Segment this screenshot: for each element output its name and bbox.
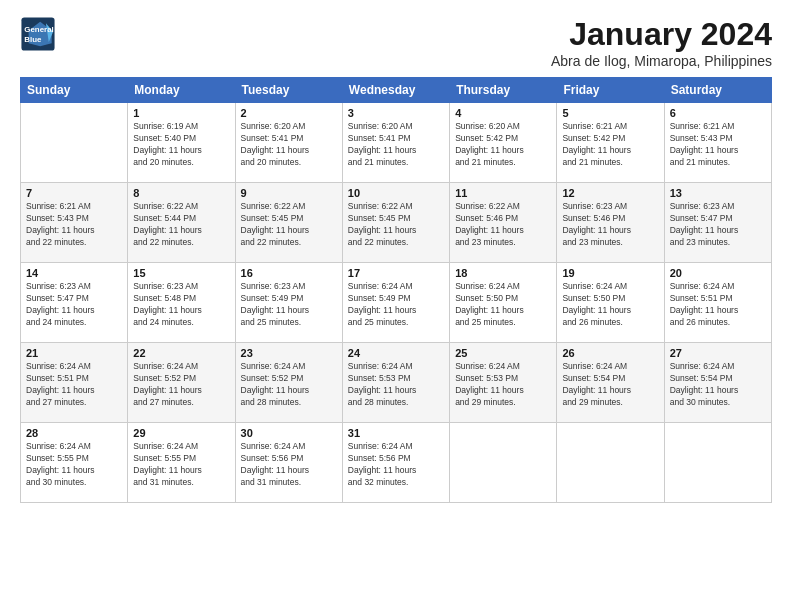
day-number: 18 [455, 267, 551, 279]
day-number: 5 [562, 107, 658, 119]
calendar-cell: 29Sunrise: 6:24 AM Sunset: 5:55 PM Dayli… [128, 423, 235, 503]
calendar-cell: 10Sunrise: 6:22 AM Sunset: 5:45 PM Dayli… [342, 183, 449, 263]
calendar-cell: 14Sunrise: 6:23 AM Sunset: 5:47 PM Dayli… [21, 263, 128, 343]
week-row-3: 14Sunrise: 6:23 AM Sunset: 5:47 PM Dayli… [21, 263, 772, 343]
day-number: 12 [562, 187, 658, 199]
calendar-cell: 15Sunrise: 6:23 AM Sunset: 5:48 PM Dayli… [128, 263, 235, 343]
day-number: 9 [241, 187, 337, 199]
day-number: 26 [562, 347, 658, 359]
calendar-cell: 24Sunrise: 6:24 AM Sunset: 5:53 PM Dayli… [342, 343, 449, 423]
svg-text:General: General [24, 25, 53, 34]
calendar-cell: 31Sunrise: 6:24 AM Sunset: 5:56 PM Dayli… [342, 423, 449, 503]
week-row-1: 1Sunrise: 6:19 AM Sunset: 5:40 PM Daylig… [21, 103, 772, 183]
calendar-cell: 4Sunrise: 6:20 AM Sunset: 5:42 PM Daylig… [450, 103, 557, 183]
day-number: 31 [348, 427, 444, 439]
week-row-4: 21Sunrise: 6:24 AM Sunset: 5:51 PM Dayli… [21, 343, 772, 423]
calendar-cell: 2Sunrise: 6:20 AM Sunset: 5:41 PM Daylig… [235, 103, 342, 183]
day-number: 27 [670, 347, 766, 359]
calendar-cell: 19Sunrise: 6:24 AM Sunset: 5:50 PM Dayli… [557, 263, 664, 343]
col-header-sunday: Sunday [21, 78, 128, 103]
cell-info: Sunrise: 6:24 AM Sunset: 5:53 PM Dayligh… [455, 361, 551, 409]
col-header-thursday: Thursday [450, 78, 557, 103]
cell-info: Sunrise: 6:24 AM Sunset: 5:56 PM Dayligh… [241, 441, 337, 489]
day-number: 14 [26, 267, 122, 279]
day-number: 21 [26, 347, 122, 359]
cell-info: Sunrise: 6:24 AM Sunset: 5:56 PM Dayligh… [348, 441, 444, 489]
calendar-cell: 23Sunrise: 6:24 AM Sunset: 5:52 PM Dayli… [235, 343, 342, 423]
day-number: 3 [348, 107, 444, 119]
cell-info: Sunrise: 6:24 AM Sunset: 5:54 PM Dayligh… [670, 361, 766, 409]
calendar-cell: 3Sunrise: 6:20 AM Sunset: 5:41 PM Daylig… [342, 103, 449, 183]
cell-info: Sunrise: 6:24 AM Sunset: 5:54 PM Dayligh… [562, 361, 658, 409]
cell-info: Sunrise: 6:22 AM Sunset: 5:44 PM Dayligh… [133, 201, 229, 249]
week-row-5: 28Sunrise: 6:24 AM Sunset: 5:55 PM Dayli… [21, 423, 772, 503]
calendar-cell: 18Sunrise: 6:24 AM Sunset: 5:50 PM Dayli… [450, 263, 557, 343]
calendar-cell: 20Sunrise: 6:24 AM Sunset: 5:51 PM Dayli… [664, 263, 771, 343]
cell-info: Sunrise: 6:23 AM Sunset: 5:46 PM Dayligh… [562, 201, 658, 249]
col-header-monday: Monday [128, 78, 235, 103]
cell-info: Sunrise: 6:21 AM Sunset: 5:43 PM Dayligh… [670, 121, 766, 169]
week-row-2: 7Sunrise: 6:21 AM Sunset: 5:43 PM Daylig… [21, 183, 772, 263]
logo-icon: General Blue [20, 16, 56, 52]
calendar-cell: 27Sunrise: 6:24 AM Sunset: 5:54 PM Dayli… [664, 343, 771, 423]
calendar-cell [557, 423, 664, 503]
day-number: 13 [670, 187, 766, 199]
cell-info: Sunrise: 6:24 AM Sunset: 5:51 PM Dayligh… [26, 361, 122, 409]
day-number: 22 [133, 347, 229, 359]
calendar-cell: 25Sunrise: 6:24 AM Sunset: 5:53 PM Dayli… [450, 343, 557, 423]
calendar-cell: 12Sunrise: 6:23 AM Sunset: 5:46 PM Dayli… [557, 183, 664, 263]
title-section: January 2024 Abra de Ilog, Mimaropa, Phi… [551, 16, 772, 69]
cell-info: Sunrise: 6:24 AM Sunset: 5:50 PM Dayligh… [455, 281, 551, 329]
calendar-cell: 22Sunrise: 6:24 AM Sunset: 5:52 PM Dayli… [128, 343, 235, 423]
cell-info: Sunrise: 6:24 AM Sunset: 5:55 PM Dayligh… [26, 441, 122, 489]
cell-info: Sunrise: 6:20 AM Sunset: 5:41 PM Dayligh… [348, 121, 444, 169]
location-subtitle: Abra de Ilog, Mimaropa, Philippines [551, 53, 772, 69]
day-number: 10 [348, 187, 444, 199]
day-number: 28 [26, 427, 122, 439]
day-number: 19 [562, 267, 658, 279]
cell-info: Sunrise: 6:20 AM Sunset: 5:41 PM Dayligh… [241, 121, 337, 169]
calendar-cell: 1Sunrise: 6:19 AM Sunset: 5:40 PM Daylig… [128, 103, 235, 183]
cell-info: Sunrise: 6:23 AM Sunset: 5:49 PM Dayligh… [241, 281, 337, 329]
cell-info: Sunrise: 6:23 AM Sunset: 5:47 PM Dayligh… [670, 201, 766, 249]
calendar-cell: 16Sunrise: 6:23 AM Sunset: 5:49 PM Dayli… [235, 263, 342, 343]
logo: General Blue [20, 16, 56, 52]
calendar-cell: 6Sunrise: 6:21 AM Sunset: 5:43 PM Daylig… [664, 103, 771, 183]
calendar-cell: 17Sunrise: 6:24 AM Sunset: 5:49 PM Dayli… [342, 263, 449, 343]
cell-info: Sunrise: 6:24 AM Sunset: 5:50 PM Dayligh… [562, 281, 658, 329]
col-header-friday: Friday [557, 78, 664, 103]
day-number: 24 [348, 347, 444, 359]
day-number: 25 [455, 347, 551, 359]
svg-text:Blue: Blue [24, 35, 42, 44]
cell-info: Sunrise: 6:22 AM Sunset: 5:46 PM Dayligh… [455, 201, 551, 249]
cell-info: Sunrise: 6:23 AM Sunset: 5:47 PM Dayligh… [26, 281, 122, 329]
calendar-cell: 11Sunrise: 6:22 AM Sunset: 5:46 PM Dayli… [450, 183, 557, 263]
day-number: 2 [241, 107, 337, 119]
cell-info: Sunrise: 6:24 AM Sunset: 5:53 PM Dayligh… [348, 361, 444, 409]
cell-info: Sunrise: 6:23 AM Sunset: 5:48 PM Dayligh… [133, 281, 229, 329]
cell-info: Sunrise: 6:21 AM Sunset: 5:42 PM Dayligh… [562, 121, 658, 169]
day-number: 20 [670, 267, 766, 279]
cell-info: Sunrise: 6:24 AM Sunset: 5:51 PM Dayligh… [670, 281, 766, 329]
calendar-cell [450, 423, 557, 503]
day-number: 8 [133, 187, 229, 199]
day-number: 17 [348, 267, 444, 279]
day-number: 30 [241, 427, 337, 439]
calendar-table: SundayMondayTuesdayWednesdayThursdayFrid… [20, 77, 772, 503]
day-number: 4 [455, 107, 551, 119]
calendar-cell: 13Sunrise: 6:23 AM Sunset: 5:47 PM Dayli… [664, 183, 771, 263]
calendar-cell: 8Sunrise: 6:22 AM Sunset: 5:44 PM Daylig… [128, 183, 235, 263]
cell-info: Sunrise: 6:22 AM Sunset: 5:45 PM Dayligh… [348, 201, 444, 249]
calendar-cell [664, 423, 771, 503]
day-number: 6 [670, 107, 766, 119]
day-number: 29 [133, 427, 229, 439]
col-header-tuesday: Tuesday [235, 78, 342, 103]
cell-info: Sunrise: 6:20 AM Sunset: 5:42 PM Dayligh… [455, 121, 551, 169]
day-number: 23 [241, 347, 337, 359]
day-number: 11 [455, 187, 551, 199]
calendar-cell: 26Sunrise: 6:24 AM Sunset: 5:54 PM Dayli… [557, 343, 664, 423]
cell-info: Sunrise: 6:24 AM Sunset: 5:49 PM Dayligh… [348, 281, 444, 329]
cell-info: Sunrise: 6:19 AM Sunset: 5:40 PM Dayligh… [133, 121, 229, 169]
cell-info: Sunrise: 6:24 AM Sunset: 5:55 PM Dayligh… [133, 441, 229, 489]
page-header: General Blue January 2024 Abra de Ilog, … [20, 16, 772, 69]
